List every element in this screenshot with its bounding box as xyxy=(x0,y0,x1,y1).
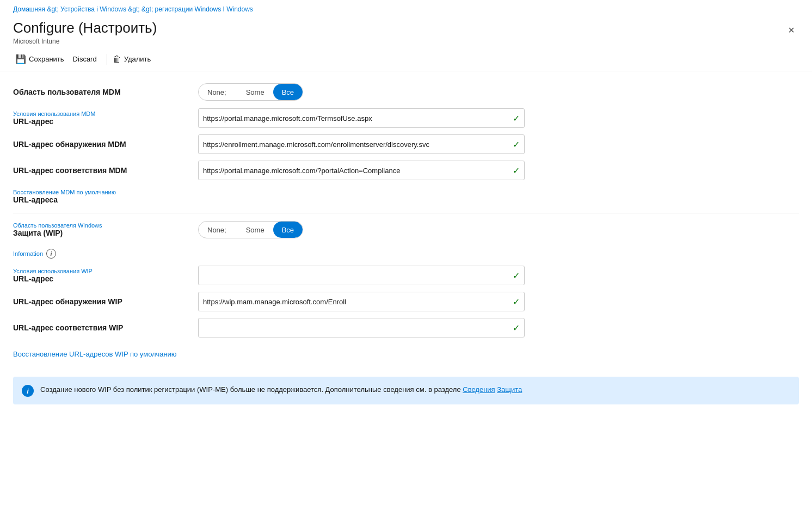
wip-terms-input-container: ✓ xyxy=(198,266,525,285)
notification-bar: i Создание нового WIP без политик регист… xyxy=(13,377,799,404)
mdm-toggle-some[interactable]: Some xyxy=(237,84,273,100)
mdm-toggle-none[interactable]: None; xyxy=(199,84,235,100)
save-icon: 💾 xyxy=(15,54,26,64)
wip-discovery-check-icon: ✓ xyxy=(513,297,520,307)
wip-terms-primary-label: URL-адрес xyxy=(13,274,198,283)
discard-button[interactable]: Discard xyxy=(71,53,103,65)
mdm-terms-check-icon: ✓ xyxy=(513,113,520,124)
mdm-restore-primary: URL-адреса xyxy=(13,195,198,204)
main-content: Область пользователя MDM None; Some Все … xyxy=(0,71,812,418)
page-title-block: Configure (Настроить) Microsoft Intune xyxy=(13,20,157,45)
mdm-discovery-row: URL-адрес обнаружения MDM ✓ xyxy=(13,132,799,156)
mdm-terms-primary-label: URL-адрес xyxy=(13,117,198,126)
wip-toggle-all[interactable]: Все xyxy=(273,222,303,238)
wip-discovery-input-container: ✓ xyxy=(198,292,525,311)
wip-compliance-check-icon: ✓ xyxy=(513,323,520,333)
info-icon[interactable]: i xyxy=(46,249,56,259)
mdm-terms-input-container: ✓ xyxy=(198,108,525,128)
mdm-discovery-input-container: ✓ xyxy=(198,134,525,154)
mdm-compliance-input[interactable] xyxy=(203,167,508,175)
wip-compliance-input[interactable] xyxy=(203,324,508,332)
page-header: Configure (Настроить) Microsoft Intune × xyxy=(0,15,812,47)
mdm-terms-row: Условия использования MDM URL-адрес ✓ xyxy=(13,106,799,130)
wip-restore-row: Восстановление URL-адресов WIP по умолча… xyxy=(13,342,799,366)
wip-terms-row: Условия использования WIP URL-адрес ✓ xyxy=(13,263,799,287)
wip-scope-toggle: None; Some Все xyxy=(198,221,303,238)
notification-icon: i xyxy=(22,385,34,397)
delete-icon: 🗑 xyxy=(113,54,121,64)
wip-scope-primary: Защита (WIP) xyxy=(13,229,198,237)
mdm-restore-label-group: Восстановление MDM по умолчанию URL-адре… xyxy=(13,189,198,204)
wip-info-row: Information i xyxy=(13,244,799,263)
wip-scope-secondary: Область пользователя Windows xyxy=(13,222,198,229)
mdm-discovery-label: URL-адрес обнаружения MDM xyxy=(13,140,198,149)
close-button[interactable]: × xyxy=(784,22,799,39)
wip-info-label: Information xyxy=(13,250,43,257)
page-subtitle: Microsoft Intune xyxy=(13,38,157,45)
wip-discovery-input[interactable] xyxy=(203,298,508,306)
save-button[interactable]: 💾 Сохранить xyxy=(13,52,71,66)
mdm-restore-row: Восстановление MDM по умолчанию URL-адре… xyxy=(13,185,799,208)
wip-scope-label-group: Область пользователя Windows Защита (WIP… xyxy=(13,222,198,237)
mdm-terms-input[interactable] xyxy=(203,114,508,122)
wip-user-scope-row: Область пользователя Windows Защита (WIP… xyxy=(13,218,799,242)
mdm-discovery-input[interactable] xyxy=(203,140,508,149)
mdm-user-scope-label: Область пользователя MDM xyxy=(13,88,198,96)
wip-toggle-some[interactable]: Some xyxy=(237,222,273,238)
wip-compliance-row: URL-адрес соответствия WIP ✓ xyxy=(13,316,799,340)
mdm-restore-secondary: Восстановление MDM по умолчанию xyxy=(13,189,198,195)
wip-terms-secondary-label: Условия использования WIP xyxy=(13,268,198,274)
wip-compliance-label: URL-адрес соответствия WIP xyxy=(13,323,198,332)
breadcrumb: Домашняя &gt; Устройства i Windows &gt; … xyxy=(0,0,812,15)
delete-button[interactable]: 🗑 Удалить xyxy=(110,52,158,66)
mdm-discovery-check-icon: ✓ xyxy=(513,139,520,150)
mdm-compliance-row: URL-адрес соответствия MDM ✓ xyxy=(13,158,799,182)
notification-link[interactable]: Сведения xyxy=(463,385,495,394)
page-title: Configure (Настроить) xyxy=(13,20,157,36)
wip-compliance-input-container: ✓ xyxy=(198,318,525,337)
mdm-terms-label-group: Условия использования MDM URL-адрес xyxy=(13,110,198,126)
mdm-toggle-all[interactable]: Все xyxy=(273,84,303,100)
notification-text: Создание нового WIP без политик регистра… xyxy=(40,384,522,395)
toolbar-separator xyxy=(107,54,107,65)
wip-toggle-none[interactable]: None; xyxy=(199,222,235,238)
wip-terms-input[interactable] xyxy=(203,272,508,280)
mdm-compliance-check-icon: ✓ xyxy=(513,165,520,176)
wip-terms-check-icon: ✓ xyxy=(513,271,520,281)
mdm-compliance-input-container: ✓ xyxy=(198,161,525,180)
wip-restore-button[interactable]: Восстановление URL-адресов WIP по умолча… xyxy=(13,350,177,358)
mdm-terms-secondary-label: Условия использования MDM xyxy=(13,110,198,117)
notification-protection-link[interactable]: Защита xyxy=(497,385,522,394)
mdm-user-scope-row: Область пользователя MDM None; Some Все xyxy=(13,80,799,104)
toolbar: 💾 Сохранить Discard 🗑 Удалить xyxy=(0,47,812,71)
mdm-scope-toggle: None; Some Все xyxy=(198,83,303,101)
mdm-compliance-label: URL-адрес соответствия MDM xyxy=(13,166,198,175)
section-divider xyxy=(13,213,799,213)
wip-discovery-row: URL-адрес обнаружения WIP ✓ xyxy=(13,290,799,314)
wip-discovery-label: URL-адрес обнаружения WIP xyxy=(13,297,198,306)
wip-terms-label-group: Условия использования WIP URL-адрес xyxy=(13,268,198,283)
